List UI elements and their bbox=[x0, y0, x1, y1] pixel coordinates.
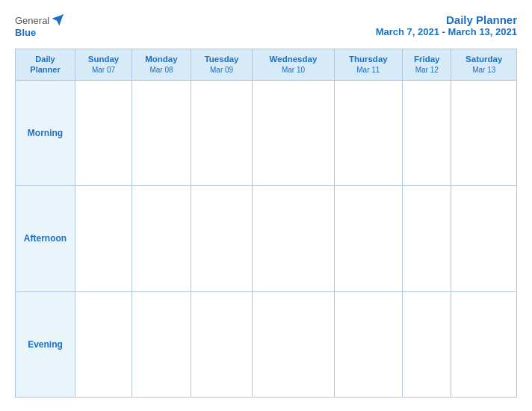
day-date-thursday: Mar 11 bbox=[338, 65, 399, 75]
planner-subtitle: March 7, 2021 - March 13, 2021 bbox=[376, 26, 517, 37]
table-header-row: Daily Planner Sunday Mar 07 Monday Mar 0… bbox=[16, 49, 517, 81]
title-area: Daily Planner March 7, 2021 - March 13, … bbox=[376, 13, 517, 37]
day-name-sunday: Sunday bbox=[78, 54, 129, 65]
day-name-friday: Friday bbox=[406, 54, 448, 65]
morning-label: Morning bbox=[16, 80, 75, 185]
logo-general: General bbox=[15, 15, 49, 26]
planner-title: Daily Planner bbox=[376, 13, 517, 26]
day-date-wednesday: Mar 10 bbox=[256, 65, 330, 75]
afternoon-tuesday-cell[interactable] bbox=[191, 186, 252, 291]
calendar-table: Daily Planner Sunday Mar 07 Monday Mar 0… bbox=[15, 49, 517, 398]
afternoon-sunday-cell[interactable] bbox=[75, 186, 132, 291]
day-name-monday: Monday bbox=[135, 54, 188, 65]
day-name-saturday: Saturday bbox=[454, 54, 513, 65]
header-saturday: Saturday Mar 13 bbox=[451, 49, 517, 81]
day-date-sunday: Mar 07 bbox=[78, 65, 129, 75]
logo-blue: Blue bbox=[15, 27, 36, 38]
bird-icon bbox=[51, 13, 64, 27]
morning-monday-cell[interactable] bbox=[132, 80, 191, 185]
header-planner-cell: Daily Planner bbox=[16, 49, 75, 81]
evening-row: Evening bbox=[16, 291, 517, 397]
planner-label-line2: Planner bbox=[30, 65, 60, 74]
logo-text: General bbox=[15, 13, 64, 27]
morning-friday-cell[interactable] bbox=[402, 80, 451, 185]
day-date-saturday: Mar 13 bbox=[454, 65, 513, 75]
afternoon-monday-cell[interactable] bbox=[132, 186, 191, 291]
morning-thursday-cell[interactable] bbox=[334, 80, 402, 185]
afternoon-thursday-cell[interactable] bbox=[334, 186, 402, 291]
morning-sunday-cell[interactable] bbox=[75, 80, 132, 185]
day-name-thursday: Thursday bbox=[338, 54, 399, 65]
evening-saturday-cell[interactable] bbox=[451, 291, 517, 397]
afternoon-label: Afternoon bbox=[16, 186, 75, 291]
evening-monday-cell[interactable] bbox=[132, 291, 191, 397]
day-date-tuesday: Mar 09 bbox=[194, 65, 249, 75]
afternoon-friday-cell[interactable] bbox=[402, 186, 451, 291]
evening-sunday-cell[interactable] bbox=[75, 291, 132, 397]
morning-wednesday-cell[interactable] bbox=[253, 80, 334, 185]
morning-saturday-cell[interactable] bbox=[451, 80, 517, 185]
header-monday: Monday Mar 08 bbox=[132, 49, 191, 81]
day-date-monday: Mar 08 bbox=[135, 65, 188, 75]
evening-label: Evening bbox=[16, 291, 75, 397]
afternoon-wednesday-cell[interactable] bbox=[253, 186, 334, 291]
logo-area: General Blue bbox=[15, 13, 64, 38]
header-friday: Friday Mar 12 bbox=[402, 49, 451, 81]
morning-tuesday-cell[interactable] bbox=[191, 80, 252, 185]
evening-thursday-cell[interactable] bbox=[334, 291, 402, 397]
planner-label-line1: Daily bbox=[35, 55, 55, 64]
header-tuesday: Tuesday Mar 09 bbox=[191, 49, 252, 81]
evening-wednesday-cell[interactable] bbox=[253, 291, 334, 397]
page-header: General Blue Daily Planner March 7, 2021… bbox=[15, 13, 517, 38]
evening-tuesday-cell[interactable] bbox=[191, 291, 252, 397]
day-name-tuesday: Tuesday bbox=[194, 54, 249, 65]
day-name-wednesday: Wednesday bbox=[256, 54, 330, 65]
header-sunday: Sunday Mar 07 bbox=[75, 49, 132, 81]
afternoon-saturday-cell[interactable] bbox=[451, 186, 517, 291]
afternoon-row: Afternoon bbox=[16, 186, 517, 291]
header-thursday: Thursday Mar 11 bbox=[334, 49, 402, 81]
morning-row: Morning bbox=[16, 80, 517, 185]
evening-friday-cell[interactable] bbox=[402, 291, 451, 397]
day-date-friday: Mar 12 bbox=[406, 65, 448, 75]
header-wednesday: Wednesday Mar 10 bbox=[253, 49, 334, 81]
